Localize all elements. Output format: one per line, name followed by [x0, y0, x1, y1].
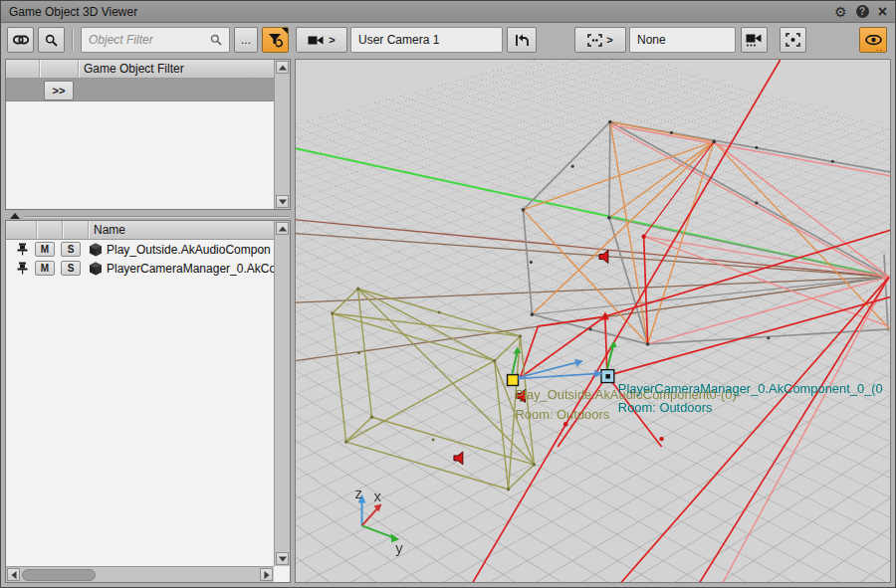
filter-funnel-icon — [268, 33, 283, 48]
visibility-options-button[interactable]: .. — [859, 27, 887, 53]
triangle-right-icon — [264, 571, 269, 579]
name-header-label: Name — [94, 223, 125, 237]
solo-button[interactable]: S — [61, 242, 81, 257]
axis-label-z: z — [355, 486, 362, 501]
follow-chevron: > — [606, 34, 612, 46]
listener-label-line1: PlayerCameraManager_0.AkComponent_0_(0 — [618, 381, 883, 396]
reset-camera-button[interactable] — [507, 27, 537, 53]
filter-row: >> — [6, 79, 274, 101]
game-object-cube-icon — [89, 262, 103, 276]
eye-more-dots: .. — [876, 46, 883, 50]
settings-gear-icon[interactable]: ⚙ — [834, 5, 847, 19]
follow-object-field[interactable]: None — [629, 27, 736, 53]
camera-name-value: User Camera 1 — [358, 33, 439, 47]
filter-dropdown-notch — [282, 28, 288, 34]
search-icon — [45, 34, 58, 47]
camera-dots-icon — [746, 34, 763, 47]
game-object-cube-icon — [89, 243, 103, 257]
object-list-header: Name — [6, 221, 274, 240]
close-icon[interactable]: × — [878, 4, 887, 20]
speaker-icon — [454, 452, 463, 465]
left-panel: Game Object Filter >> Name — [5, 59, 291, 583]
filter-header-label: Game Object Filter — [84, 62, 184, 76]
viewport-3d[interactable]: Play_Outside.AkAudioComponent0-(0)- Room… — [295, 59, 891, 583]
scroll-up-button[interactable] — [276, 61, 289, 74]
panel-splitter[interactable] — [5, 211, 291, 220]
filter-toggle-button[interactable] — [262, 27, 289, 53]
camera-icon — [308, 35, 325, 46]
expand-filter-button[interactable]: >> — [44, 81, 74, 100]
scroll-right-button[interactable] — [260, 568, 273, 581]
blue-arrowhead — [574, 359, 583, 367]
camera-select-button[interactable]: > — [296, 27, 347, 53]
follow-object-button[interactable]: > — [574, 27, 626, 53]
triangle-up-icon — [279, 226, 287, 231]
title-bar: Game Object 3D Viewer ⚙ ? × — [1, 1, 895, 23]
object-filter-input[interactable]: Object Filter — [81, 27, 230, 53]
filter-list-header: Game Object Filter — [6, 60, 274, 79]
solo-button[interactable]: S — [61, 261, 81, 276]
speaker-icon — [599, 251, 608, 264]
salmon-wireframe — [611, 125, 890, 582]
object-row[interactable]: M S Play_Outside.AkAudioCompon — [6, 240, 274, 259]
scroll-down-button[interactable] — [276, 552, 289, 565]
object-row[interactable]: M S PlayerCameraManager_0.AkCo — [6, 259, 274, 278]
game-object-list: Name M S Pla — [5, 220, 291, 583]
camera-name-field[interactable]: User Camera 1 — [350, 27, 503, 53]
set-camera-button[interactable] — [741, 27, 768, 53]
scroll-down-button[interactable] — [276, 195, 289, 208]
green-arrowhead — [514, 347, 522, 354]
center-on-object-button[interactable] — [780, 27, 806, 53]
listener-label-line2: Room: Outdoors — [618, 400, 713, 415]
search-button[interactable] — [38, 27, 65, 53]
collapse-triangle-icon[interactable] — [10, 213, 20, 219]
filter-list-vscrollbar[interactable] — [274, 60, 290, 209]
triangle-left-icon — [11, 571, 16, 579]
object-rows: M S Play_Outside.AkAudioCompon — [6, 240, 274, 278]
camera-chevron: > — [329, 34, 335, 46]
triangle-up-icon — [279, 65, 287, 70]
object-filter-placeholder: Object Filter — [89, 33, 210, 47]
header-cell-solo — [62, 221, 89, 239]
header-cell-blank1 — [6, 60, 40, 78]
object-name: PlayerCameraManager_0.AkCo — [107, 262, 274, 276]
more-options-button[interactable]: ... — [234, 27, 258, 53]
room-connection-lines — [296, 220, 889, 361]
olive-geometry-wireframe — [333, 289, 535, 489]
splitter-groove — [25, 216, 289, 217]
scene-overlay: Play_Outside.AkAudioComponent0-(0)- Room… — [296, 60, 890, 582]
axis-label-y: y — [395, 540, 403, 556]
green-arrowhead — [609, 341, 617, 348]
header-cell-blank2 — [39, 60, 79, 78]
pin-icon[interactable] — [16, 243, 29, 256]
emitter-label-line2: Room: Outdoors — [516, 407, 610, 422]
header-cell-mute — [36, 221, 63, 239]
toolbar-separator — [72, 29, 73, 51]
axis-gizmo: z x y — [355, 486, 404, 557]
game-object-3d-viewer-window: Game Object 3D Viewer ⚙ ? × Object Filte… — [0, 0, 896, 588]
object-name: Play_Outside.AkAudioCompon — [107, 243, 271, 257]
link-icon — [13, 35, 29, 45]
crosshair-brackets-icon — [785, 33, 800, 47]
mute-button[interactable]: M — [35, 261, 55, 276]
focus-brackets-icon — [587, 34, 602, 47]
link-button[interactable] — [7, 27, 34, 53]
more-label: ... — [241, 33, 251, 47]
header-cell-pin — [6, 221, 37, 239]
search-icon — [210, 34, 222, 46]
mute-button[interactable]: M — [35, 242, 55, 257]
axis-label-x: x — [373, 489, 381, 504]
triangle-down-icon — [279, 556, 287, 561]
emitter-marker[interactable] — [508, 375, 519, 386]
scroll-up-button[interactable] — [276, 222, 289, 235]
object-list-vscrollbar[interactable] — [274, 221, 290, 566]
toolbar: Object Filter ... > User Camera 1 — [1, 24, 895, 57]
help-icon[interactable]: ? — [856, 5, 869, 18]
gray-room-wireframe — [523, 122, 890, 344]
pin-icon[interactable] — [16, 262, 29, 275]
hscroll-thumb[interactable] — [22, 569, 96, 581]
scroll-left-button[interactable] — [7, 568, 20, 581]
object-list-hscrollbar[interactable] — [6, 566, 274, 582]
game-object-filter-list: Game Object Filter >> — [5, 59, 291, 210]
follow-object-value: None — [637, 33, 666, 47]
